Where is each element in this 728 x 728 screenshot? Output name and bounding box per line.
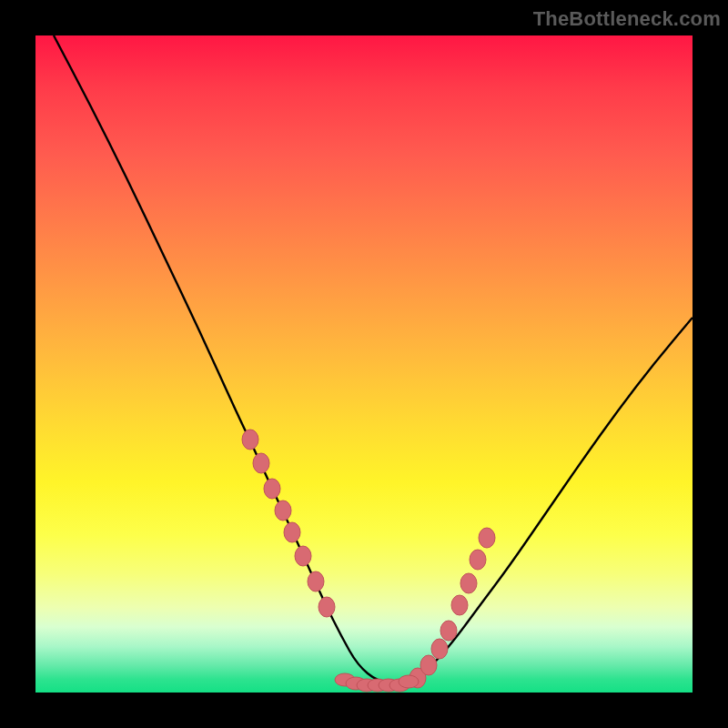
chart-svg bbox=[35, 35, 693, 693]
marker-dot bbox=[440, 621, 457, 641]
marker-dot bbox=[275, 500, 291, 521]
marker-dot bbox=[451, 595, 468, 615]
watermark-text: TheBottleneck.com bbox=[533, 7, 721, 31]
marker-group-right bbox=[410, 528, 495, 688]
marker-dot bbox=[431, 639, 448, 659]
marker-dot bbox=[242, 430, 258, 450]
marker-dot bbox=[308, 571, 324, 592]
bottleneck-curve bbox=[54, 35, 693, 682]
marker-group-left bbox=[242, 430, 335, 617]
plot-area bbox=[35, 35, 693, 693]
marker-dot bbox=[284, 522, 300, 542]
marker-dot bbox=[399, 675, 419, 688]
chart-frame: TheBottleneck.com bbox=[0, 0, 728, 728]
marker-dot bbox=[264, 479, 280, 499]
marker-dot bbox=[295, 546, 311, 566]
marker-dot bbox=[253, 453, 269, 473]
marker-group-flat bbox=[335, 673, 419, 692]
marker-dot bbox=[420, 655, 437, 675]
marker-dot bbox=[479, 528, 495, 548]
marker-dot bbox=[460, 573, 477, 593]
marker-dot bbox=[318, 597, 335, 617]
marker-dot bbox=[470, 550, 486, 570]
